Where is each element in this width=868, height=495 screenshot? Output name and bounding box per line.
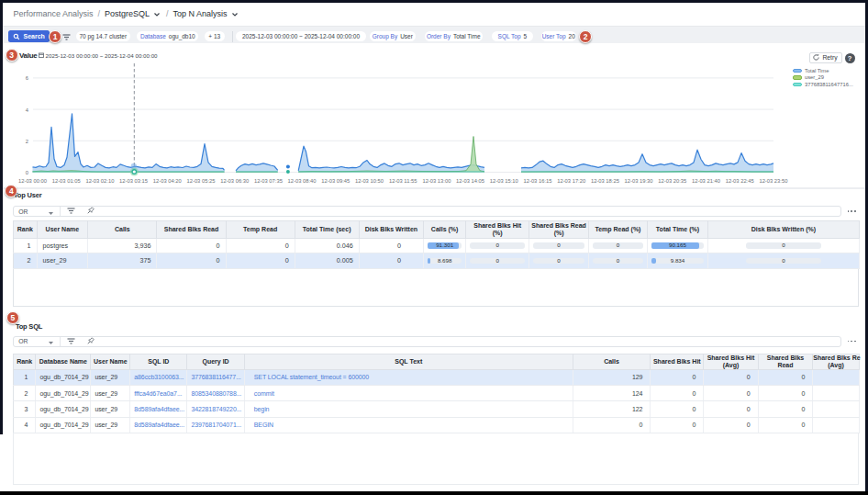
- svg-text:12-03 06:30: 12-03 06:30: [220, 178, 249, 184]
- svg-text:12-03 20:35: 12-03 20:35: [658, 178, 686, 184]
- svg-text:12-03 18:25: 12-03 18:25: [591, 178, 619, 184]
- svg-text:12-03 03:15: 12-03 03:15: [119, 178, 148, 184]
- svg-text:12-03 02:10: 12-03 02:10: [85, 178, 114, 184]
- svg-text:12-03 00:00: 12-03 00:00: [18, 178, 47, 184]
- svg-text:12-03 17:20: 12-03 17:20: [557, 178, 585, 184]
- svg-text:12-03 08:40: 12-03 08:40: [288, 178, 317, 184]
- svg-text:12-03 01:05: 12-03 01:05: [52, 178, 81, 184]
- svg-text:6: 6: [26, 75, 28, 81]
- svg-text:12-03 13:00: 12-03 13:00: [422, 178, 451, 184]
- svg-text:12-03 09:45: 12-03 09:45: [321, 178, 350, 184]
- svg-text:12-03 07:35: 12-03 07:35: [254, 178, 283, 184]
- svg-text:12-03 14:05: 12-03 14:05: [456, 178, 484, 184]
- svg-text:12-03 11:55: 12-03 11:55: [389, 178, 417, 184]
- svg-text:12-03 05:25: 12-03 05:25: [187, 178, 216, 184]
- svg-text:0: 0: [26, 170, 28, 175]
- svg-text:12-03 22:45: 12-03 22:45: [726, 178, 754, 184]
- svg-text:12-03 04:20: 12-03 04:20: [153, 178, 182, 184]
- svg-text:2: 2: [26, 139, 28, 144]
- svg-text:12-03 19:30: 12-03 19:30: [625, 178, 653, 184]
- svg-text:12-03 23:50: 12-03 23:50: [759, 178, 787, 184]
- svg-text:12-03 16:15: 12-03 16:15: [524, 178, 552, 184]
- svg-text:12-03 21:40: 12-03 21:40: [692, 178, 720, 184]
- svg-text:12-03 15:10: 12-03 15:10: [490, 178, 518, 184]
- svg-text:4: 4: [26, 107, 29, 113]
- svg-text:12-03 10:50: 12-03 10:50: [355, 178, 384, 184]
